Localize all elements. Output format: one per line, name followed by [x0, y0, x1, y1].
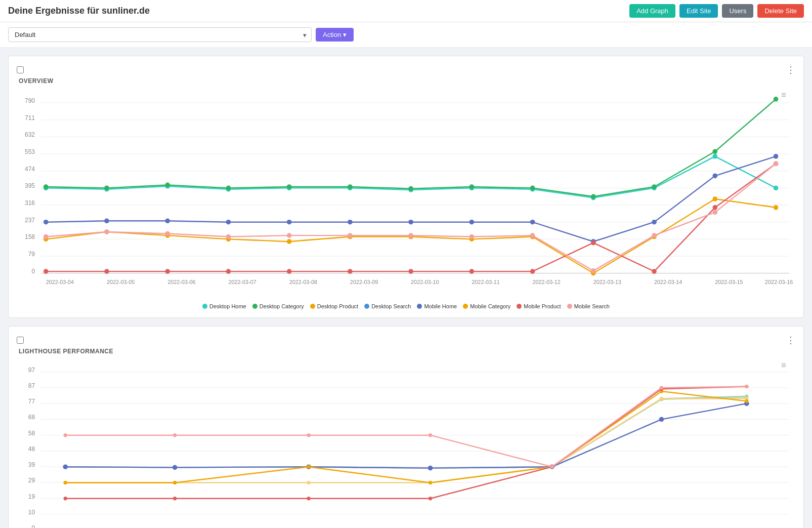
svg-point-92: [348, 269, 353, 274]
svg-point-100: [44, 234, 49, 239]
svg-point-65: [287, 239, 292, 244]
legend-mobile-home: Mobile Home: [417, 303, 457, 309]
svg-text:77: 77: [28, 398, 35, 405]
lighthouse-checkbox[interactable]: [17, 337, 24, 344]
svg-text:87: 87: [28, 382, 35, 389]
svg-point-58: [652, 184, 657, 189]
svg-point-49: [104, 186, 109, 191]
legend-desktop-search: Desktop Search: [364, 303, 411, 309]
svg-point-108: [530, 233, 535, 238]
svg-point-104: [287, 233, 292, 238]
lh-desktop-category-line: [65, 397, 747, 468]
svg-point-50: [165, 183, 170, 188]
users-button[interactable]: Users: [722, 4, 753, 18]
add-graph-button[interactable]: Add Graph: [629, 4, 675, 18]
legend-desktop-category: Desktop Category: [252, 303, 304, 309]
svg-point-74: [44, 220, 49, 225]
svg-text:2022-03-07: 2022-03-07: [228, 279, 256, 285]
svg-point-93: [408, 269, 413, 274]
overview-card-header: ⋮: [17, 64, 795, 75]
svg-text:68: 68: [28, 414, 35, 421]
action-button[interactable]: Action ▾: [316, 28, 354, 42]
svg-point-47: [774, 186, 779, 191]
svg-point-79: [348, 220, 353, 225]
svg-text:19: 19: [28, 493, 35, 500]
overview-svg: ≡ 790 711 632 553 474 395 316 237 158 79…: [17, 91, 795, 298]
profile-select[interactable]: Default: [8, 27, 312, 42]
svg-point-96: [591, 240, 596, 246]
svg-point-78: [287, 220, 292, 225]
legend-mobile-search: Mobile Search: [567, 303, 610, 309]
svg-point-91: [287, 269, 292, 274]
svg-point-95: [530, 269, 535, 274]
legend-dot-desktop-product: [310, 304, 315, 309]
legend-dot-mobile-search: [567, 304, 572, 309]
legend-mobile-product: Mobile Product: [517, 303, 561, 309]
svg-point-173: [429, 481, 432, 484]
svg-text:97: 97: [28, 366, 35, 373]
overview-chart-title: OVERVIEW: [19, 77, 795, 85]
legend-label-mobile-product: Mobile Product: [524, 303, 561, 309]
svg-point-106: [408, 233, 413, 238]
lighthouse-chart-area: ≡ 97 87 77 68 58 48 39 29 19 10 0: [17, 361, 795, 528]
svg-text:2022-03-13: 2022-03-13: [593, 279, 621, 285]
svg-text:2022-03-11: 2022-03-11: [472, 279, 499, 285]
svg-text:711: 711: [25, 114, 35, 121]
lighthouse-chart-hamburger-icon[interactable]: ≡: [781, 361, 786, 370]
svg-point-80: [408, 220, 413, 225]
lh-mobile-category-line: [65, 391, 747, 482]
svg-point-170: [64, 481, 67, 484]
legend-dot-mobile-category: [463, 304, 468, 309]
lighthouse-card-header: ⋮: [17, 335, 795, 346]
svg-point-161: [660, 397, 663, 400]
svg-point-77: [226, 220, 231, 225]
svg-point-188: [550, 465, 553, 468]
lh-desktop-product-line: [65, 398, 747, 482]
chart-hamburger-icon[interactable]: ≡: [781, 91, 786, 100]
svg-point-81: [469, 220, 475, 225]
svg-point-51: [226, 186, 231, 191]
legend-dot-desktop-category: [252, 304, 258, 309]
svg-point-48: [44, 184, 49, 189]
svg-text:29: 29: [28, 477, 35, 484]
svg-text:2022-03-12: 2022-03-12: [533, 279, 561, 285]
delete-site-button[interactable]: Delete Site: [757, 4, 804, 18]
svg-point-110: [652, 233, 657, 238]
overview-checkbox[interactable]: [17, 66, 24, 73]
svg-point-89: [165, 269, 170, 274]
svg-point-73: [774, 205, 779, 210]
svg-point-85: [712, 174, 717, 179]
svg-point-54: [408, 186, 413, 191]
svg-point-178: [173, 497, 177, 500]
svg-point-59: [712, 149, 717, 154]
legend-label-desktop-category: Desktop Category: [260, 303, 304, 309]
svg-point-97: [652, 269, 657, 274]
svg-text:2022-03-04: 2022-03-04: [46, 279, 74, 285]
svg-point-53: [348, 184, 353, 189]
svg-point-166: [428, 466, 433, 471]
svg-point-86: [774, 154, 779, 159]
overview-chart-area: ≡ 790 711 632 553 474 395 316 237 158 79…: [17, 91, 795, 299]
legend-desktop-home: Desktop Home: [202, 303, 246, 309]
svg-point-98: [712, 205, 717, 210]
legend-label-mobile-search: Mobile Search: [574, 303, 610, 309]
overview-kebab-icon[interactable]: ⋮: [786, 64, 795, 75]
svg-text:10: 10: [28, 509, 35, 516]
svg-point-107: [469, 234, 475, 239]
svg-point-168: [659, 417, 664, 422]
svg-text:474: 474: [25, 166, 35, 173]
svg-point-57: [591, 194, 596, 199]
controls-bar: Default ▾ Action ▾: [0, 22, 812, 48]
svg-text:632: 632: [25, 131, 35, 138]
svg-point-109: [591, 268, 596, 273]
svg-text:553: 553: [25, 148, 35, 155]
svg-point-88: [104, 269, 109, 274]
svg-point-101: [104, 229, 109, 234]
svg-text:2022-03-10: 2022-03-10: [411, 279, 439, 285]
svg-point-90: [226, 269, 231, 274]
lighthouse-kebab-icon[interactable]: ⋮: [786, 335, 795, 346]
svg-point-187: [429, 433, 432, 437]
lighthouse-chart-card: ⋮ LIGHTHOUSE PERFORMANCE ≡ 97 87 77 68 5…: [8, 326, 804, 528]
edit-site-button[interactable]: Edit Site: [679, 4, 718, 18]
svg-text:395: 395: [25, 182, 35, 189]
